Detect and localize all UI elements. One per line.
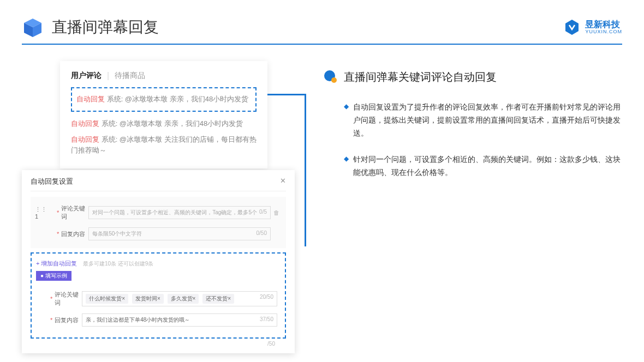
content-label: 回复内容 bbox=[61, 230, 88, 238]
brand-name: 昱新科技 bbox=[585, 20, 622, 29]
close-icon[interactable]: ✕ bbox=[280, 177, 286, 186]
auto-reply-tag: 自动回复 bbox=[76, 95, 105, 103]
diamond-icon: ◆ bbox=[344, 102, 349, 140]
keyword-tag[interactable]: 多久发货× bbox=[168, 294, 199, 304]
keyword-tag[interactable]: 发货时间× bbox=[132, 294, 164, 304]
settings-title: 自动回复设置 bbox=[31, 177, 73, 186]
outer-count: /50 bbox=[31, 339, 286, 347]
comment-text: 系统: @冰墩墩本墩 亲亲，我们48小时内发货 bbox=[107, 95, 249, 103]
ex-content-label: 回复内容 bbox=[55, 316, 82, 324]
row-index: ⋮⋮ 1 bbox=[35, 206, 46, 220]
keyword-tag[interactable]: 还不发货× bbox=[202, 294, 234, 304]
auto-reply-tag: 自动回复 bbox=[71, 119, 99, 128]
ex-keyword-label: 评论关键词 bbox=[55, 291, 82, 307]
comment-text: 系统: @冰墩墩本墩 亲亲，我们48小时内发货 bbox=[102, 119, 243, 128]
keyword-tag[interactable]: 什么时候发货× bbox=[86, 294, 128, 304]
tab-comments[interactable]: 用户评论 bbox=[71, 71, 102, 81]
page-title: 直播间弹幕回复 bbox=[52, 17, 563, 38]
diamond-icon: ◆ bbox=[344, 155, 349, 179]
section-title: 直播间弹幕关键词评论自动回复 bbox=[344, 70, 497, 85]
settings-panel: 自动回复设置 ✕ ⋮⋮ 1 * 评论关键词 对同一个问题，可设置多个相近、高频的… bbox=[22, 170, 295, 353]
example-badge: ● 填写示例 bbox=[36, 271, 71, 281]
header-divider bbox=[22, 44, 622, 45]
add-hint: 最多可建10条 还可以创建9条 bbox=[83, 261, 153, 267]
auto-reply-tag: 自动回复 bbox=[71, 135, 99, 143]
ex-content-input[interactable]: 亲，我们这边都是下单48小时内发货的哦～ 37/50 bbox=[82, 313, 277, 327]
example-section: + 增加自动回复 最多可建10条 还可以创建9条 ● 填写示例 * 评论关键词 … bbox=[31, 252, 286, 339]
connector-line bbox=[267, 94, 306, 95]
keyword-label: 评论关键词 bbox=[61, 204, 88, 221]
trash-icon[interactable]: 🗑 bbox=[271, 209, 282, 216]
bubble-icon bbox=[322, 69, 337, 85]
tab-products[interactable]: 待播商品 bbox=[115, 71, 145, 81]
brand-logo: 昱新科技 YUUXIN.COM bbox=[563, 19, 622, 36]
content-input[interactable]: 每条限50个中文字符 0/50 bbox=[88, 227, 271, 240]
cube-icon bbox=[22, 16, 44, 38]
brand-url: YUUXIN.COM bbox=[585, 29, 622, 34]
bullet-text: 自动回复设置为了提升作者的评论回复效率，作者可在开播前针对常见的评论用户问题，提… bbox=[353, 101, 622, 140]
connector-line bbox=[305, 94, 306, 246]
add-reply-link[interactable]: + 增加自动回复 bbox=[36, 260, 77, 267]
bullet-text: 针对同一个问题，可设置多个相近的、高频的关键词。例如：这款多少钱、这块能优惠吗、… bbox=[353, 153, 622, 179]
comments-panel: 用户评论 | 待播商品 自动回复 系统: @冰墩墩本墩 亲亲，我们48小时内发货… bbox=[60, 61, 267, 168]
svg-point-4 bbox=[331, 77, 337, 83]
keyword-input[interactable]: 对同一个问题，可设置多个相近、高频的关键词，Tag确定，最多5个 0/5 bbox=[88, 206, 271, 219]
highlighted-comment: 自动回复 系统: @冰墩墩本墩 亲亲，我们48小时内发货 bbox=[71, 87, 257, 112]
ex-keyword-input[interactable]: 什么时候发货× 发货时间× 多久发货× 还不发货× 20/50 bbox=[82, 291, 277, 306]
